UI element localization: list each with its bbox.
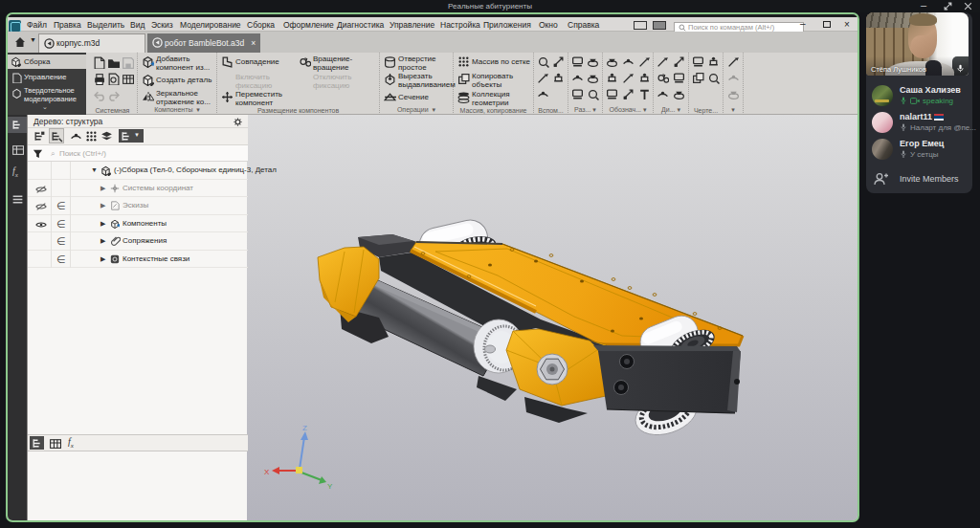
svg-text:Z: Z [302, 424, 307, 432]
svg-text:Y: Y [327, 482, 333, 491]
svg-text:X: X [264, 468, 270, 476]
